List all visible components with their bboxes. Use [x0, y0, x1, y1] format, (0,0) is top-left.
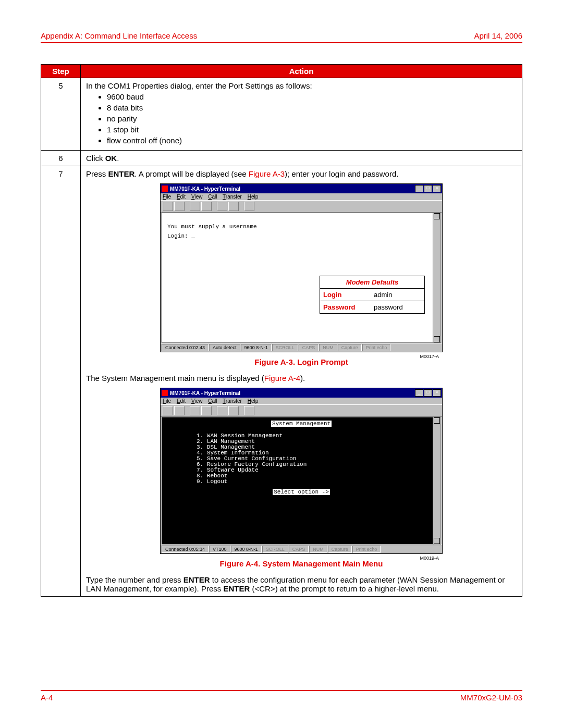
- menu-view[interactable]: View: [191, 194, 203, 200]
- th-step: Step: [41, 65, 81, 78]
- step-number: 7: [41, 166, 81, 597]
- status-bar: Connected 0:05:34 VT100 9600 8-N-1 SCROL…: [161, 545, 442, 553]
- menu-edit[interactable]: Edit: [177, 194, 186, 200]
- footer-right: MM70xG2-UM-03: [460, 693, 522, 702]
- defaults-login-label: Login: [320, 289, 371, 301]
- menu-edit[interactable]: Edit: [177, 398, 186, 404]
- close-button[interactable]: ×: [433, 185, 441, 192]
- menu-file[interactable]: File: [163, 398, 171, 404]
- toolbar-button[interactable]: [190, 406, 200, 415]
- step-number: 5: [41, 78, 81, 151]
- toolbar-button[interactable]: [190, 202, 200, 211]
- scrollbar[interactable]: [433, 213, 440, 342]
- page-header: Appendix A: Command Line Interface Acces…: [41, 31, 522, 40]
- close-button[interactable]: ×: [433, 389, 441, 397]
- page-footer: A-4 MM70xG2-UM-03: [41, 690, 522, 702]
- table-row: 7 Press ENTER. A prompt will be displaye…: [41, 166, 522, 597]
- toolbar-button[interactable]: [201, 202, 212, 211]
- window-titlebar: MM701F-KA - HyperTerminal _ □ ×: [161, 184, 442, 193]
- header-right: April 14, 2006: [474, 31, 522, 40]
- list-item: 9600 baud: [107, 92, 517, 101]
- modem-defaults-box: Modem Defaults Login admin Password pass…: [320, 276, 425, 314]
- row7-sys-line: The System Management main menu is displ…: [86, 374, 517, 382]
- figure-caption: Figure A-3. Login Prompt: [86, 357, 517, 366]
- step-action: In the COM1 Properties dialog, enter the…: [81, 78, 522, 151]
- status-bar: Connected 0:02:43 Auto detect 9600 8-N-1…: [161, 343, 442, 352]
- scrollbar[interactable]: [433, 417, 440, 544]
- toolbar-button[interactable]: [228, 406, 239, 415]
- figure-link[interactable]: Figure A-4: [264, 374, 300, 382]
- app-icon: [162, 390, 168, 396]
- row6-bold: OK: [105, 154, 117, 163]
- app-icon: [162, 186, 168, 192]
- status-scroll: SCROLL: [272, 344, 298, 351]
- status-capture: Capture: [338, 344, 362, 351]
- scroll-up-icon[interactable]: [434, 417, 440, 424]
- list-item: 1 stop bit: [107, 125, 517, 134]
- header-rule: [41, 42, 522, 43]
- status-port: 9600 8-N-1: [241, 344, 272, 351]
- terminal-content[interactable]: System Management 1. WAN Session Managem…: [162, 417, 441, 545]
- menu-call[interactable]: Call: [208, 398, 217, 404]
- defaults-password-value: password: [371, 301, 406, 313]
- maximize-button[interactable]: □: [424, 389, 432, 397]
- toolbar-button[interactable]: [228, 202, 239, 211]
- status-port: 9600 8-N-1: [231, 546, 262, 553]
- menu-help[interactable]: Help: [248, 398, 259, 404]
- menu-bar: File Edit View Call Transfer Help: [161, 398, 442, 404]
- row5-intro: In the COM1 Properties dialog, enter the…: [86, 81, 312, 90]
- terminal-line: You must supply a username: [167, 224, 435, 230]
- menu-file[interactable]: File: [163, 194, 171, 200]
- row6-pre: Click: [86, 154, 105, 163]
- menu-transfer[interactable]: Transfer: [223, 398, 242, 404]
- status-num: NUM: [319, 344, 337, 351]
- steps-table: Step Action 5 In the COM1 Properties dia…: [41, 64, 522, 597]
- terminal-content[interactable]: You must supply a username Login: _ Mode…: [162, 213, 441, 343]
- table-row: 5 In the COM1 Properties dialog, enter t…: [41, 78, 522, 151]
- toolbar-button[interactable]: [217, 202, 227, 211]
- row7-line1: Press ENTER. A prompt will be displayed …: [86, 169, 517, 178]
- status-connected: Connected 0:02:43: [162, 344, 209, 351]
- toolbar-button[interactable]: [163, 406, 173, 415]
- toolbar-button[interactable]: [244, 202, 254, 211]
- table-row: 6 Click OK.: [41, 151, 522, 166]
- th-action: Action: [81, 65, 522, 78]
- scroll-up-icon[interactable]: [434, 213, 440, 219]
- status-connected: Connected 0:05:34: [162, 546, 209, 553]
- toolbar-button[interactable]: [174, 202, 185, 211]
- step-action: Click OK.: [81, 151, 522, 166]
- header-left: Appendix A: Command Line Interface Acces…: [41, 31, 197, 40]
- scroll-down-icon[interactable]: [434, 336, 440, 342]
- toolbar-button[interactable]: [244, 406, 254, 415]
- menu-transfer[interactable]: Transfer: [223, 194, 242, 200]
- menu-view[interactable]: View: [191, 398, 203, 404]
- terminal-select: Select option ->: [273, 489, 330, 495]
- hyperterminal-window-login: MM701F-KA - HyperTerminal _ □ × File Edi…: [160, 183, 443, 352]
- status-num: NUM: [309, 546, 327, 553]
- toolbar-button[interactable]: [201, 406, 212, 415]
- terminal-menu: 1. WAN Session Management 2. LAN Managem…: [197, 433, 437, 485]
- figure-link[interactable]: Figure A-3: [249, 169, 285, 178]
- menu-help[interactable]: Help: [248, 194, 259, 200]
- minimize-button[interactable]: _: [415, 185, 423, 192]
- toolbar-button[interactable]: [163, 202, 173, 211]
- minimize-button[interactable]: _: [415, 389, 423, 397]
- scroll-down-icon[interactable]: [434, 538, 440, 544]
- defaults-password-label: Password: [320, 301, 371, 313]
- toolbar-button[interactable]: [217, 406, 227, 415]
- menu-call[interactable]: Call: [208, 194, 217, 200]
- status-caps: CAPS: [289, 546, 309, 553]
- status-terminal: VT100: [209, 546, 230, 553]
- list-item: flow control off (none): [107, 136, 517, 145]
- row7-final: Type the number and press ENTER to acces…: [86, 575, 517, 593]
- terminal-title: System Management: [271, 421, 332, 427]
- window-title: MM701F-KA - HyperTerminal: [170, 186, 415, 192]
- window-title: MM701F-KA - HyperTerminal: [170, 390, 415, 396]
- status-caps: CAPS: [299, 344, 319, 351]
- toolbar-button[interactable]: [174, 406, 185, 415]
- maximize-button[interactable]: □: [424, 185, 432, 192]
- status-capture: Capture: [328, 546, 352, 553]
- step-number: 6: [41, 151, 81, 166]
- menu-bar: File Edit View Call Transfer Help: [161, 193, 442, 200]
- status-print: Print echo: [352, 546, 381, 553]
